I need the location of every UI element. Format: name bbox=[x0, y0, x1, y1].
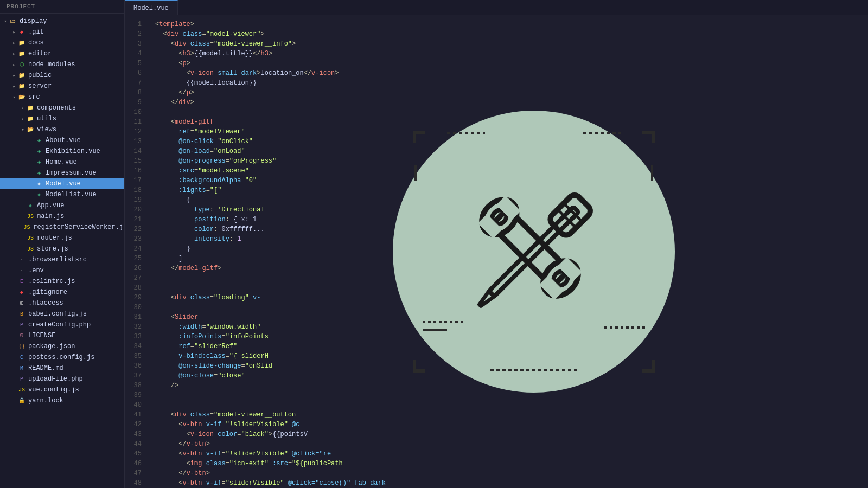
tree-label: Impressum.vue bbox=[46, 169, 97, 177]
tree-item-gitignore[interactable]: ▸ ◆ .gitignore bbox=[0, 287, 124, 298]
tree-label: .env bbox=[28, 267, 44, 274]
md-icon: M bbox=[17, 364, 26, 373]
tree-item-htaccess[interactable]: ▸ ⊞ .htaccess bbox=[0, 298, 124, 309]
tree-item-readme[interactable]: ▸ M README.md bbox=[0, 363, 124, 374]
tree-item-package-json[interactable]: ▸ {} package.json bbox=[0, 341, 124, 352]
tree-item-components[interactable]: ▸ 📁 components bbox=[0, 102, 124, 113]
tree-item-eslint[interactable]: ▸ E .eslintrc.js bbox=[0, 276, 124, 287]
js-icon: JS bbox=[26, 234, 35, 242]
git-icon: ◆ bbox=[17, 28, 26, 36]
json-icon: {} bbox=[17, 342, 26, 351]
tree-label: server bbox=[28, 82, 52, 90]
folder-icon: 📁 bbox=[17, 82, 26, 91]
tree-label: registerServiceWorker.js bbox=[33, 223, 124, 231]
tree-label: store.js bbox=[37, 245, 68, 253]
tree-item-yarnlock[interactable]: ▸ 🔒 yarn.lock bbox=[0, 395, 124, 406]
tree-item-vueconfig[interactable]: ▸ JS vue.config.js bbox=[0, 384, 124, 395]
git-icon: ◆ bbox=[17, 288, 26, 297]
tree-item-postcss[interactable]: ▸ C postcss.config.js bbox=[0, 352, 124, 363]
tree-label: Model.vue bbox=[46, 180, 81, 188]
tree-label: .eslintrc.js bbox=[28, 278, 75, 285]
tab-model-vue[interactable]: Model.vue bbox=[125, 0, 178, 15]
svg-rect-18 bbox=[547, 192, 592, 237]
file-tree: ▾ 🗁 display ▸ ◆ .git ▸ 📁 docs ▸ 📁 editor… bbox=[0, 14, 124, 488]
tree-label: babel.config.js bbox=[28, 310, 87, 318]
tree-label: App.vue bbox=[37, 202, 64, 209]
tree-item-home-vue[interactable]: ▸ ◈ Home.vue bbox=[0, 157, 124, 168]
tab-label: Model.vue bbox=[133, 4, 169, 12]
tree-item-model-vue[interactable]: ▸ ◈ Model.vue bbox=[0, 178, 124, 189]
tree-item-app-vue[interactable]: ▸ ◈ App.vue bbox=[0, 200, 124, 211]
php-icon: P bbox=[17, 320, 26, 329]
tree-label: main.js bbox=[37, 213, 64, 220]
chevron-icon: ▾ bbox=[2, 18, 9, 24]
tree-label: .gitignore bbox=[28, 288, 67, 296]
tree-item-node-modules[interactable]: ▸ ⬡ node_modules bbox=[0, 59, 124, 70]
tree-label: vue.config.js bbox=[28, 386, 79, 394]
chevron-icon: ▸ bbox=[11, 73, 17, 79]
folder-icon: 📁 bbox=[17, 49, 26, 58]
tree-item-server[interactable]: ▸ 📁 server bbox=[0, 81, 124, 92]
tree-label: .browserlistsrc bbox=[28, 256, 87, 264]
tree-item-src[interactable]: ▾ 📂 src bbox=[0, 92, 124, 102]
tree-item-display[interactable]: ▾ 🗁 display bbox=[0, 16, 124, 27]
tree-label: postcss.config.js bbox=[28, 354, 94, 361]
chevron-icon: ▾ bbox=[11, 94, 17, 100]
js-icon: JS bbox=[17, 386, 26, 394]
chevron-icon: ▸ bbox=[11, 51, 17, 57]
tree-item-modellist-vue[interactable]: ▸ ◈ ModelList.vue bbox=[0, 189, 124, 200]
tree-item-rsw-js[interactable]: ▸ JS registerServiceWorker.js bbox=[0, 222, 124, 233]
tree-item-license[interactable]: ▸ © LICENSE bbox=[0, 330, 124, 341]
tree-item-createconfig[interactable]: ▸ P createConfig.php bbox=[0, 319, 124, 330]
tree-label: router.js bbox=[37, 234, 72, 242]
folder-icon: 📁 bbox=[26, 114, 35, 123]
tree-item-public[interactable]: ▸ 📁 public bbox=[0, 70, 124, 81]
tree-item-editor[interactable]: ▸ 📁 editor bbox=[0, 48, 124, 59]
tree-item-utils[interactable]: ▸ 📁 utils bbox=[0, 113, 124, 124]
tree-label: src bbox=[28, 93, 40, 101]
tools-icon-svg bbox=[431, 149, 637, 355]
chevron-icon: ▾ bbox=[20, 127, 26, 133]
babel-icon: B bbox=[17, 310, 26, 318]
tree-label: ModelList.vue bbox=[46, 191, 97, 198]
lock-icon: 🔒 bbox=[17, 396, 26, 405]
tree-item-babel[interactable]: ▸ B babel.config.js bbox=[0, 309, 124, 319]
tree-label: docs bbox=[28, 39, 44, 47]
tree-item-exhibition-vue[interactable]: ▸ ◈ Exhibition.vue bbox=[0, 146, 124, 157]
tree-label: uploadFile.php bbox=[28, 375, 83, 383]
tree-label: package.json bbox=[28, 343, 75, 350]
tree-label: README.md bbox=[28, 364, 63, 372]
svg-marker-19 bbox=[477, 291, 494, 308]
js-icon: JS bbox=[26, 245, 35, 253]
tree-item-views[interactable]: ▾ 📂 views bbox=[0, 124, 124, 135]
vue-icon: ◈ bbox=[35, 158, 43, 166]
php-icon: P bbox=[17, 375, 26, 383]
chevron-icon: ▸ bbox=[11, 62, 17, 68]
tree-label: createConfig.php bbox=[28, 321, 91, 329]
vue-icon: ◈ bbox=[35, 147, 43, 156]
node-icon: ⬡ bbox=[17, 60, 26, 69]
tools-overlay bbox=[393, 111, 675, 393]
folder-icon: 📁 bbox=[17, 38, 26, 47]
tree-item-main-js[interactable]: ▸ JS main.js bbox=[0, 211, 124, 222]
sidebar-header: Project bbox=[0, 0, 124, 14]
tree-item-git[interactable]: ▸ ◆ .git bbox=[0, 27, 124, 37]
tree-item-env[interactable]: ▸ · .env bbox=[0, 265, 124, 276]
vue-icon: ◈ bbox=[35, 169, 43, 177]
js-icon: JS bbox=[26, 212, 35, 221]
tree-item-store-js[interactable]: ▸ JS store.js bbox=[0, 243, 124, 254]
tree-item-docs[interactable]: ▸ 📁 docs bbox=[0, 37, 124, 48]
license-icon: © bbox=[17, 331, 26, 340]
tree-item-impressum-vue[interactable]: ▸ ◈ Impressum.vue bbox=[0, 168, 124, 178]
folder-icon: 📂 bbox=[17, 93, 26, 101]
tree-label: public bbox=[28, 72, 52, 79]
tree-item-about-vue[interactable]: ▸ ◈ About.vue bbox=[0, 135, 124, 146]
tree-item-router-js[interactable]: ▸ JS router.js bbox=[0, 233, 124, 243]
tree-item-uploadfile[interactable]: ▸ P uploadFile.php bbox=[0, 374, 124, 384]
eslint-icon: E bbox=[17, 277, 26, 286]
tree-label: views bbox=[37, 126, 56, 133]
tree-label: utils bbox=[37, 115, 56, 123]
htaccess-icon: ⊞ bbox=[17, 299, 26, 307]
tree-item-browserlist[interactable]: ▸ · .browserlistsrc bbox=[0, 254, 124, 265]
tree-label: yarn.lock bbox=[28, 397, 63, 404]
